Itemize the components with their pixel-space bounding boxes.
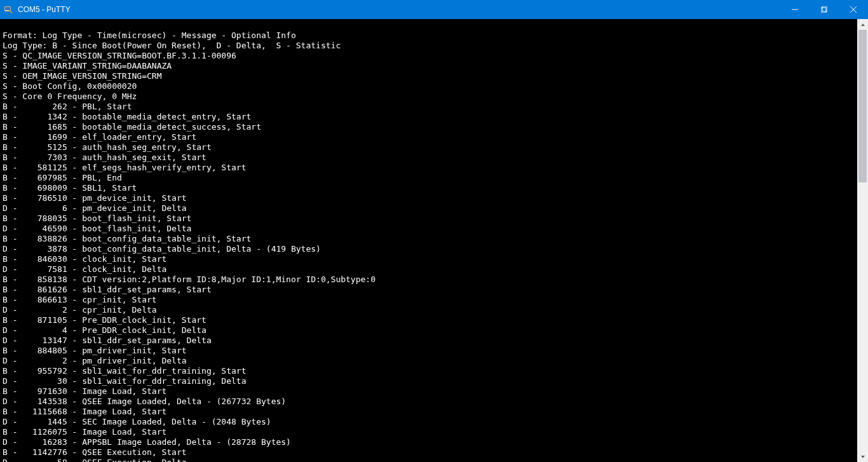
- svg-rect-4: [822, 6, 827, 11]
- scroll-thumb[interactable]: [858, 30, 867, 182]
- terminal-output[interactable]: Format: Log Type - Time(microsec) - Mess…: [0, 19, 857, 462]
- putty-icon: [4, 4, 14, 15]
- scroll-down-button[interactable]: [857, 451, 868, 462]
- scrollbar: [857, 19, 868, 462]
- maximize-button[interactable]: [810, 0, 839, 19]
- window-title: COM5 - PuTTY: [18, 5, 71, 14]
- minimize-button[interactable]: [780, 0, 810, 19]
- scroll-track[interactable]: [857, 30, 868, 451]
- window-controls: [780, 0, 868, 19]
- scroll-up-button[interactable]: [857, 19, 868, 30]
- terminal-area: Format: Log Type - Time(microsec) - Mess…: [0, 19, 868, 462]
- svg-rect-1: [5, 7, 10, 10]
- svg-rect-3: [821, 8, 826, 13]
- titlebar[interactable]: COM5 - PuTTY: [0, 0, 868, 19]
- close-button[interactable]: [839, 0, 868, 19]
